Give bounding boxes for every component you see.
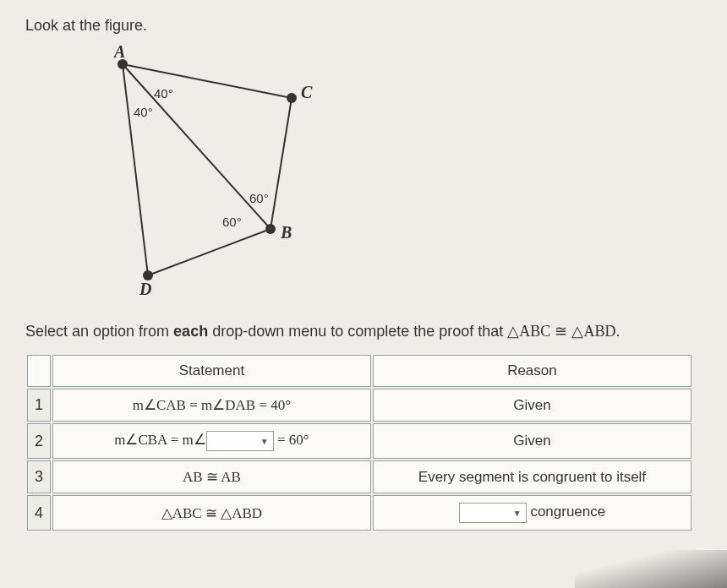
statement-cell: AB ≅ AB [52, 460, 371, 493]
instruction-mid: drop-down menu to complete the proof tha… [208, 323, 507, 340]
instruction-pre: Select an option from [25, 323, 173, 340]
congruence-dropdown[interactable]: ▼ [459, 503, 527, 523]
instruction-tri2: △ABD [571, 323, 615, 340]
row-number: 1 [27, 389, 51, 422]
instruction-cong: ≅ [550, 323, 571, 340]
statement-cell: m∠CBA = m∠▼ = 60° [52, 423, 371, 459]
statement-post: = 60° [274, 432, 309, 448]
table-row: 3 AB ≅ AB Every segment is congruent to … [27, 460, 691, 493]
instruction-tri1: △ABC [507, 323, 550, 340]
instruction-end: . [615, 323, 620, 340]
statement-pre: m∠CBA = m∠ [114, 432, 206, 448]
table-row: 1 m∠CAB = m∠DAB = 40° Given [27, 389, 691, 422]
geometry-figure: A C B D 40° 40° 60° 60° [76, 47, 347, 301]
vertex-label-b: B [281, 223, 292, 242]
row-number: 2 [27, 423, 51, 459]
statement-cell: m∠CAB = m∠DAB = 40° [52, 389, 371, 422]
instruction-text: Select an option from each drop-down men… [25, 322, 702, 340]
angle-dropdown[interactable]: ▼ [206, 431, 274, 451]
instruction-bold: each [173, 323, 208, 340]
svg-point-7 [265, 224, 276, 234]
chevron-down-icon: ▼ [260, 437, 269, 446]
vertex-label-c: C [301, 83, 312, 102]
row-number: 4 [27, 495, 51, 531]
table-header-row: Statement Reason [27, 355, 691, 387]
header-statement: Statement [52, 355, 371, 387]
statement-cell: △ABC ≅ △ABD [52, 495, 371, 531]
reason-cell: Given [373, 423, 691, 459]
svg-line-4 [148, 229, 271, 275]
svg-line-2 [123, 64, 148, 275]
angle-label-dba: 60° [222, 215, 242, 229]
proof-table: Statement Reason 1 m∠CAB = m∠DAB = 40° G… [25, 353, 693, 532]
table-row: 2 m∠CBA = m∠▼ = 60° Given [27, 423, 691, 459]
reason-cell: Every segment is congruent to itself [373, 460, 691, 493]
header-reason: Reason [373, 355, 691, 387]
reason-post: congruence [527, 504, 606, 520]
svg-line-3 [271, 98, 292, 229]
chevron-down-icon: ▼ [513, 509, 522, 518]
vertex-label-a: A [114, 42, 125, 62]
angle-label-cba: 60° [249, 191, 269, 205]
header-blank [27, 355, 51, 387]
vertex-label-d: D [139, 280, 151, 299]
prompt-text: Look at the figure. [25, 17, 702, 35]
svg-point-6 [287, 93, 297, 103]
angle-label-dab: 40° [134, 105, 153, 119]
reason-cell: Given [373, 389, 691, 422]
angle-label-cab: 40° [154, 86, 173, 101]
row-number: 3 [27, 460, 51, 493]
table-row: 4 △ABC ≅ △ABD ▼ congruence [27, 495, 691, 531]
reason-cell: ▼ congruence [373, 495, 691, 531]
shadow-overlay [575, 550, 727, 588]
